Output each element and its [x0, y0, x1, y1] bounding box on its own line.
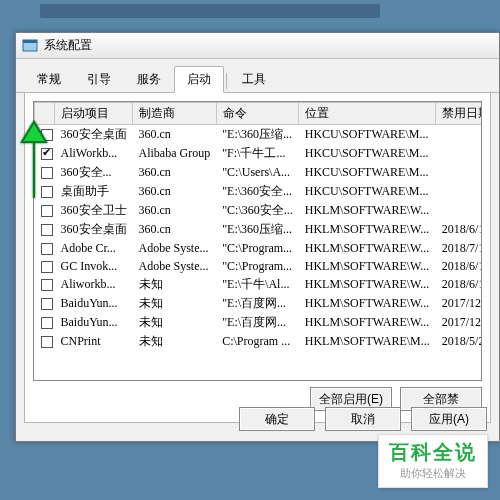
table-row[interactable]: 360安全...360.cn"C:\Users\A...HKCU\SOFTWAR… [35, 163, 483, 182]
cell-date: 2017/12/ [436, 313, 482, 332]
column-header[interactable]: 启动项目 [55, 103, 133, 125]
cell-loc: HKLM\SOFTWARE\W... [299, 201, 436, 220]
cell-cmd: "C:\Program... [216, 257, 299, 275]
cell-item: GC Invok... [55, 257, 133, 275]
window-title: 系统配置 [44, 37, 92, 54]
table-row[interactable]: 360安全卫士360.cn"C:\360安全...HKLM\SOFTWARE\W… [35, 201, 483, 220]
cell-maker: Adobe Syste... [133, 239, 217, 257]
cell-date: 2018/6/10 [436, 275, 482, 294]
cell-loc: HKCU\SOFTWARE\M... [299, 125, 436, 145]
cell-loc: HKLM\SOFTWARE\W... [299, 239, 436, 257]
cell-item: AliWorkb... [55, 144, 133, 163]
startup-checkbox[interactable] [41, 186, 53, 198]
startup-checkbox[interactable] [41, 243, 53, 255]
table-row[interactable]: CNPrint未知C:\Program ...HKLM\SOFTWARE\M..… [35, 332, 483, 351]
startup-list[interactable]: 启动项目制造商命令位置禁用日期 360安全桌面360.cn"E:\360压缩..… [33, 101, 482, 381]
cell-maker: 360.cn [133, 220, 217, 239]
cell-date [436, 144, 482, 163]
cell-cmd: "E:\360压缩... [216, 125, 299, 145]
table-row[interactable]: Adobe Cr...Adobe Syste..."C:\Program...H… [35, 239, 483, 257]
tabstrip: 常规引导服务启动工具 [16, 65, 499, 93]
startup-checkbox[interactable] [41, 336, 53, 348]
cell-item: 360安全桌面 [55, 220, 133, 239]
cell-date: 2018/5/22 [436, 332, 482, 351]
cell-maker: 未知 [133, 275, 217, 294]
cell-cmd: "F:\千牛工... [216, 144, 299, 163]
startup-checkbox[interactable] [41, 298, 53, 310]
column-header[interactable]: 禁用日期 [436, 103, 482, 125]
tab-4[interactable]: 工具 [229, 66, 279, 93]
cell-date [436, 163, 482, 182]
ok-button[interactable]: 确定 [239, 407, 315, 431]
cell-date: 2018/6/10 [436, 257, 482, 275]
cell-loc: HKLM\SOFTWARE\W... [299, 257, 436, 275]
cell-loc: HKLM\SOFTWARE\W... [299, 313, 436, 332]
cell-item: BaiduYun... [55, 313, 133, 332]
apply-button[interactable]: 应用(A) [411, 407, 487, 431]
tab-0[interactable]: 常规 [24, 66, 74, 93]
tab-2[interactable]: 服务 [124, 66, 174, 93]
tab-3[interactable]: 启动 [174, 66, 224, 93]
cell-item: 360安全... [55, 163, 133, 182]
msconfig-window: 系统配置 常规引导服务启动工具 启动项目制造商命令位置禁用日期 360安全桌面3… [15, 32, 500, 442]
cell-maker: 未知 [133, 332, 217, 351]
cell-cmd: "C:\360安全... [216, 201, 299, 220]
cell-loc: HKLM\SOFTWARE\W... [299, 275, 436, 294]
table-row[interactable]: Aliworkb...未知"E:\千牛\Al...HKLM\SOFTWARE\W… [35, 275, 483, 294]
startup-panel: 启动项目制造商命令位置禁用日期 360安全桌面360.cn"E:\360压缩..… [24, 93, 491, 423]
cell-item: BaiduYun... [55, 294, 133, 313]
cell-item: Aliworkb... [55, 275, 133, 294]
cell-maker: 未知 [133, 294, 217, 313]
cell-item: Adobe Cr... [55, 239, 133, 257]
cell-maker: 360.cn [133, 125, 217, 145]
cancel-button[interactable]: 取消 [325, 407, 401, 431]
table-row[interactable]: GC Invok...Adobe Syste..."C:\Program...H… [35, 257, 483, 275]
cell-maker: Adobe Syste... [133, 257, 217, 275]
tab-1[interactable]: 引导 [74, 66, 124, 93]
watermark-subtitle: 助你轻松解决 [389, 466, 477, 481]
cell-item: CNPrint [55, 332, 133, 351]
cell-date [436, 182, 482, 201]
cell-loc: HKCU\SOFTWARE\M... [299, 182, 436, 201]
cell-date: 2017/12/ [436, 294, 482, 313]
cell-cmd: "E:\360安全... [216, 182, 299, 201]
startup-checkbox[interactable] [41, 279, 53, 291]
startup-checkbox[interactable] [41, 261, 53, 273]
cell-date: 2018/7/10 [436, 239, 482, 257]
startup-checkbox[interactable] [41, 148, 53, 160]
table-row[interactable]: 360安全桌面360.cn"E:\360压缩...HKLM\SOFTWARE\W… [35, 220, 483, 239]
watermark-title: 百科全说 [389, 439, 477, 466]
startup-checkbox[interactable] [41, 205, 53, 217]
startup-checkbox[interactable] [41, 167, 53, 179]
watermark: 百科全说 助你轻松解决 [378, 434, 488, 488]
titlebar[interactable]: 系统配置 [16, 33, 499, 59]
cell-cmd: "E:\360压缩... [216, 220, 299, 239]
column-header[interactable]: 命令 [216, 103, 299, 125]
cell-maker: 360.cn [133, 182, 217, 201]
cell-item: 360安全桌面 [55, 125, 133, 145]
cell-maker: Alibaba Group [133, 144, 217, 163]
table-row[interactable]: BaiduYun...未知"E:\百度网...HKLM\SOFTWARE\W..… [35, 313, 483, 332]
table-row[interactable]: 桌面助手360.cn"E:\360安全...HKCU\SOFTWARE\M... [35, 182, 483, 201]
cell-loc: HKLM\SOFTWARE\M... [299, 332, 436, 351]
cell-item: 360安全卫士 [55, 201, 133, 220]
cell-cmd: "E:\百度网... [216, 294, 299, 313]
svg-rect-1 [23, 40, 37, 43]
column-header[interactable]: 位置 [299, 103, 436, 125]
startup-checkbox[interactable] [41, 129, 53, 141]
startup-checkbox[interactable] [41, 317, 53, 329]
app-icon [22, 38, 38, 54]
cell-date [436, 125, 482, 145]
startup-checkbox[interactable] [41, 224, 53, 236]
cell-cmd: C:\Program ... [216, 332, 299, 351]
cell-loc: HKLM\SOFTWARE\W... [299, 220, 436, 239]
cell-loc: HKCU\SOFTWARE\M... [299, 144, 436, 163]
cell-cmd: "E:\百度网... [216, 313, 299, 332]
cell-maker: 未知 [133, 313, 217, 332]
column-header[interactable]: 制造商 [133, 103, 217, 125]
cell-cmd: "E:\千牛\Al... [216, 275, 299, 294]
cell-maker: 360.cn [133, 163, 217, 182]
table-row[interactable]: BaiduYun...未知"E:\百度网...HKLM\SOFTWARE\W..… [35, 294, 483, 313]
table-row[interactable]: 360安全桌面360.cn"E:\360压缩...HKCU\SOFTWARE\M… [35, 125, 483, 145]
table-row[interactable]: AliWorkb...Alibaba Group"F:\千牛工...HKCU\S… [35, 144, 483, 163]
